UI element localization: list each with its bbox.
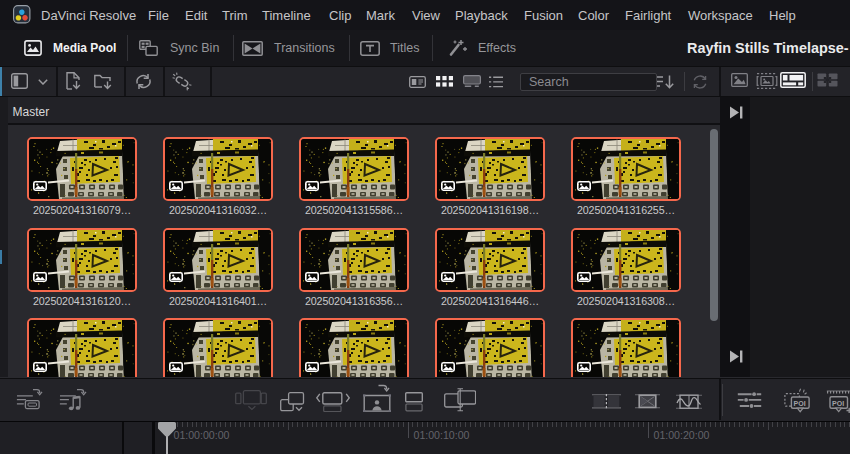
svg-text:POI: POI [794,400,806,407]
svg-text:POI: POI [832,400,844,407]
